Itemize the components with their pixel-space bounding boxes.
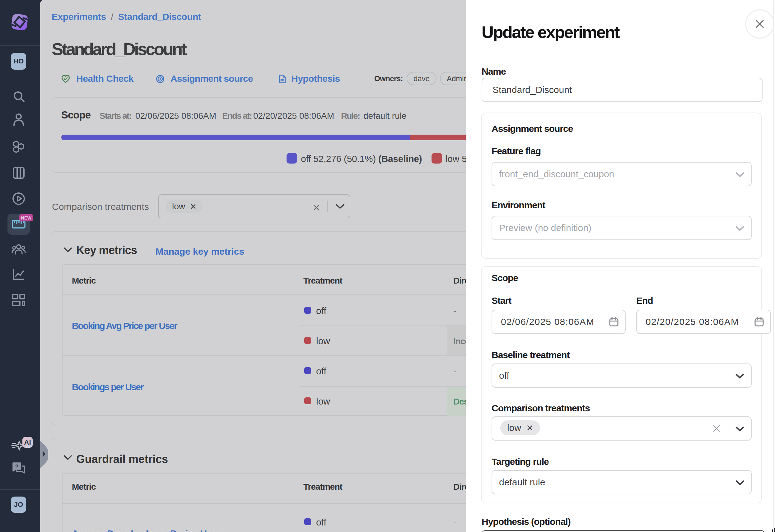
svg-text:?: ? xyxy=(15,464,18,470)
